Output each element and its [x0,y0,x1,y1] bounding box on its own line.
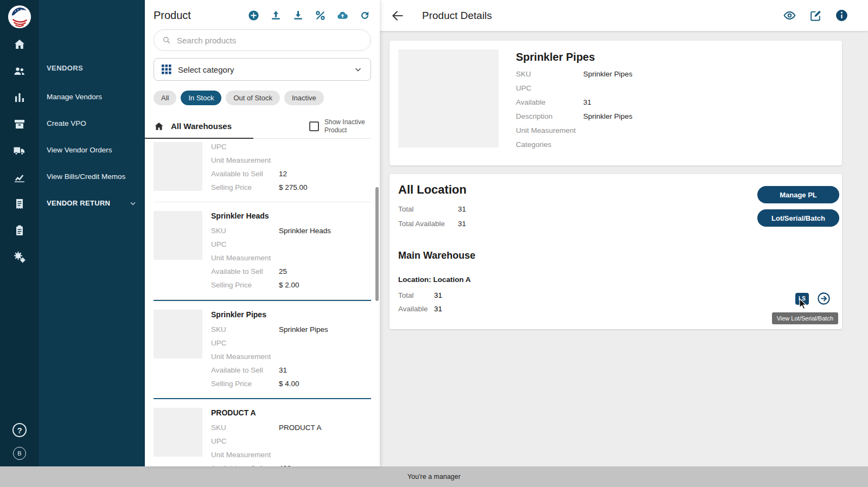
field-label: UPC [211,339,279,347]
field-value: $ 4.00 [279,380,299,388]
help-button[interactable]: ? [12,423,27,437]
customers-icon [13,65,26,78]
filter-chip[interactable]: All [154,91,176,105]
download-icon [292,9,304,22]
product-field-row: Available to Sell466 [211,462,371,466]
location-available-label: Available [398,305,434,313]
back-arrow-icon [391,9,405,23]
detail-field-value: Sprinkler Pipes [583,70,633,78]
export-button[interactable] [291,9,304,22]
rail-nav [12,38,27,264]
filter-chip[interactable]: Inactive [284,91,324,105]
product-list-item[interactable]: PRODUCT ASKUPRODUCT AUPCUnit Measurement… [154,399,371,466]
filter-chip[interactable]: Out of Stock [226,91,280,105]
product-field-row: Available to Sell31 [211,363,371,377]
search-input[interactable] [177,36,363,45]
field-value: $ 275.00 [279,183,308,191]
product-field-row: Available to Sell25 [211,265,371,278]
vendor-menu-item[interactable]: View Bills/Credit Memos [47,163,137,190]
user-avatar[interactable]: B [13,447,26,460]
manage-pl-button[interactable]: Manage PL [757,186,839,203]
product-thumbnail [154,211,202,260]
settings-nav-button[interactable] [12,251,27,264]
detail-field-row: Categories [516,137,633,151]
cloud-sync-button[interactable] [336,9,349,22]
refresh-button[interactable] [358,9,371,22]
filter-chip[interactable]: In Stock [181,91,221,105]
vendor-return-label: VENDOR RETURN [47,199,110,207]
sales-nav-button[interactable] [12,171,27,184]
location-available-row: Available 31 [398,302,833,316]
detail-field-row: SKUSprinkler Pipes [516,67,633,81]
product-panel: Product [145,0,380,466]
field-label: SKU [211,325,279,334]
info-button[interactable] [834,9,848,23]
eye-icon [783,9,796,22]
product-list: UPCUnit MeasurementAvailable to Sell12Se… [154,139,371,466]
invoices-nav-button[interactable] [12,197,27,210]
vendor-menu-item[interactable]: Manage Vendors [47,84,137,110]
product-field-row: Selling Price$ 4.00 [211,377,371,390]
bar-chart-icon [13,91,26,104]
field-value: Sprinkler Pipes [279,325,328,334]
total-value: 31 [458,205,466,213]
customers-nav-button[interactable] [12,65,27,78]
cloud-icon [336,9,349,22]
product-field-row: SKUPRODUCT A [211,421,371,434]
discount-button[interactable] [314,9,327,22]
product-list-item[interactable]: Sprinkler HeadsSKUSprinkler HeadsUPCUnit… [154,202,371,300]
clipboard-icon [13,224,26,237]
location-available-value: 31 [434,305,442,313]
inventory-box-icon [13,118,26,131]
total-label: Total [398,205,458,213]
view-lot-serial-button[interactable]: LS [795,293,809,305]
go-to-location-button[interactable] [816,291,831,306]
location-row-actions: LS [795,291,831,306]
location-total-label: Total [398,291,434,299]
product-list-item[interactable]: Sprinkler PipesSKUSprinkler PipesUPCUnit… [154,300,371,399]
import-button[interactable] [269,9,282,22]
reports-nav-button[interactable] [12,91,27,104]
product-thumbnail [154,310,202,358]
product-list-item[interactable]: UPCUnit MeasurementAvailable to Sell12Se… [154,139,371,202]
edit-button[interactable] [808,9,822,23]
warehouse-home-icon [154,121,164,132]
receipt-icon [13,197,26,210]
home-icon [13,38,26,51]
product-list-scrollbar[interactable] [375,187,379,301]
detail-field-label: Description [516,112,583,120]
vendor-menu-item[interactable]: View Vendor Orders [47,137,137,163]
product-name: Sprinkler Heads [211,209,371,223]
chevron-down-icon [353,65,363,74]
vendor-menu: VENDORS Manage VendorsCreate VPOView Ven… [39,0,145,466]
add-icon [247,9,260,22]
category-select[interactable]: Select category [154,58,371,81]
product-field-row: Unit Measurement [211,251,371,265]
product-field-row: Available to Sell12 [211,167,371,181]
tasks-nav-button[interactable] [12,224,27,237]
home-nav-button[interactable] [12,38,27,51]
vendor-menu-list: Manage VendorsCreate VPOView Vendor Orde… [47,84,137,190]
inventory-nav-button[interactable] [12,118,27,131]
preview-button[interactable] [782,9,796,23]
details-actions [782,9,848,23]
lot-serial-batch-button[interactable]: Lot/Serial/Batch [757,209,839,227]
truck-icon [13,144,26,157]
show-inactive-checkbox[interactable] [309,121,319,131]
product-field-row: Unit Measurement [211,153,371,167]
product-thumbnail [154,142,202,191]
back-button[interactable] [391,9,405,23]
field-label: Available to Sell [211,170,279,178]
detail-field-label: Categories [516,140,583,149]
main-warehouse-heading: Main Warehouse [398,250,833,261]
detail-field-label: UPC [516,84,583,92]
vendor-return-toggle[interactable]: VENDOR RETURN [47,190,137,216]
warehouse-selector[interactable]: All Warehouses [171,121,232,131]
add-product-button[interactable] [247,9,260,22]
vendors-nav-button[interactable] [12,144,27,157]
product-toolbar [247,9,371,22]
show-inactive-label: Show Inactive Product [324,118,371,134]
app-logo[interactable] [7,4,32,29]
vendor-menu-item[interactable]: Create VPO [47,110,137,137]
product-field-row: Selling Price$ 275.00 [211,181,371,194]
